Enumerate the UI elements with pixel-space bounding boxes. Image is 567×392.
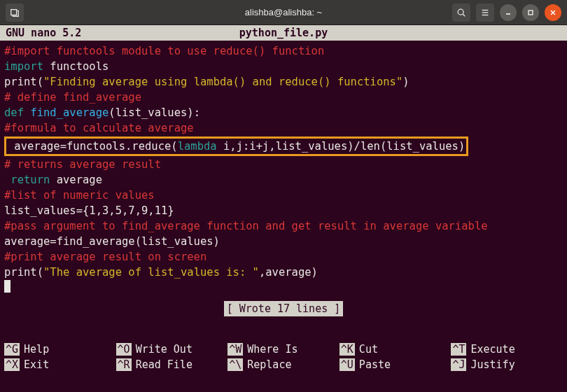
status-bar: [ Wrote 17 lines ] bbox=[4, 301, 563, 316]
code-line: #list of numeric values bbox=[4, 188, 563, 203]
nano-filename: python_file.py bbox=[191, 27, 377, 39]
svg-rect-7 bbox=[528, 10, 533, 15]
shortcut-bar: ^GHelp ^OWrite Out ^WWhere Is ^KCut ^TEx… bbox=[0, 342, 567, 375]
shortcut-readfile: ^RRead File bbox=[116, 357, 228, 372]
shortcut-execute: ^TExecute bbox=[451, 342, 563, 357]
close-button[interactable] bbox=[545, 4, 561, 21]
cursor-line bbox=[4, 280, 563, 297]
code-line: average=find_average(list_values) bbox=[4, 234, 563, 249]
code-line: #print average result on screen bbox=[4, 249, 563, 265]
nano-header: GNU nano 5.2 python_file.py bbox=[0, 25, 567, 41]
nano-version: GNU nano 5.2 bbox=[6, 27, 191, 39]
svg-point-1 bbox=[458, 9, 463, 15]
svg-line-2 bbox=[463, 14, 465, 16]
code-line: #pass argument to find_average function … bbox=[4, 218, 563, 234]
window-titlebar: alishba@alishba: ~ bbox=[0, 0, 567, 25]
editor-area[interactable]: #import functools module to use reduce()… bbox=[0, 41, 567, 342]
code-line: list_values={1,3,5,7,9,11} bbox=[4, 203, 563, 218]
code-line: #import functools module to use reduce()… bbox=[4, 43, 563, 59]
minimize-button[interactable] bbox=[500, 4, 517, 21]
code-line: print("The average of list_values is: ",… bbox=[4, 265, 563, 280]
svg-rect-0 bbox=[11, 9, 17, 15]
shortcut-whereis: ^WWhere Is bbox=[227, 342, 340, 357]
highlighted-line: average=functools.reduce(lambda i,j:i+j,… bbox=[4, 136, 563, 157]
code-line: # returns average result bbox=[4, 157, 563, 172]
shortcut-replace: ^\Replace bbox=[227, 357, 340, 372]
shortcut-exit: ^XExit bbox=[4, 357, 116, 372]
code-line: print("Finding average using lambda() an… bbox=[4, 74, 563, 90]
code-line: import functools bbox=[4, 59, 563, 74]
shortcut-cut: ^KCut bbox=[340, 342, 451, 357]
shortcut-help: ^GHelp bbox=[4, 342, 116, 357]
shortcut-paste: ^UPaste bbox=[340, 357, 451, 372]
menu-button[interactable] bbox=[476, 4, 494, 22]
shortcut-justify: ^JJustify bbox=[451, 357, 563, 372]
window-title: alishba@alishba: ~ bbox=[145, 7, 423, 18]
maximize-button[interactable] bbox=[522, 4, 539, 21]
search-button[interactable] bbox=[452, 4, 470, 22]
status-message: [ Wrote 17 lines ] bbox=[224, 301, 344, 316]
code-line: #formula to calculate average bbox=[4, 120, 563, 136]
shortcut-writeout: ^OWrite Out bbox=[116, 342, 228, 357]
code-line: return average bbox=[4, 172, 563, 188]
code-line: def find_average(list_values): bbox=[4, 105, 563, 120]
new-tab-button[interactable] bbox=[6, 4, 24, 22]
code-line: # define find_average bbox=[4, 90, 563, 105]
cursor-icon bbox=[4, 280, 10, 293]
